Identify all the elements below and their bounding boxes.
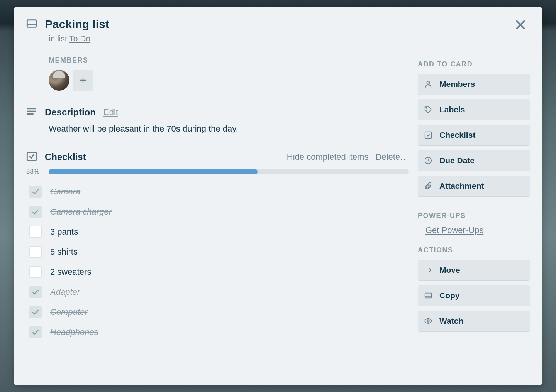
svg-rect-9 [27,152,36,161]
button-label: Labels [439,105,465,114]
sidebar: ADD TO CARD MembersLabelsChecklistDue Da… [418,18,530,342]
svg-point-10 [427,81,429,84]
svg-rect-12 [425,132,432,139]
edit-description-link[interactable]: Edit [103,107,118,117]
eye-icon [424,317,432,325]
button-label: Due Date [439,156,475,165]
add-member-button[interactable] [73,70,93,91]
checklist-item-label[interactable]: 5 shirts [50,247,78,257]
checklist-item: 5 shirts [26,242,409,262]
svg-point-17 [427,320,429,322]
button-label: Watch [439,316,463,326]
in-list-prefix: in list [49,34,69,43]
checklist-item: Headphones [26,322,409,342]
checklist-item: 3 pants [26,222,409,242]
checklist-title: Checklist [45,152,279,162]
check-icon [424,131,432,139]
close-button[interactable] [514,19,530,34]
checklist-icon [26,151,37,163]
checklist-item: Camera charger [26,202,409,222]
svg-rect-2 [27,20,36,27]
get-powerups-link[interactable]: Get Power-Ups [425,225,483,235]
close-icon [514,19,527,31]
add-to-card-label: ADD TO CARD [418,60,530,68]
powerups-label: POWER-UPS [418,212,530,220]
checklist-item-label[interactable]: 3 pants [50,227,78,237]
checklist-item: Camera [26,182,409,202]
checklist-item-label[interactable]: Adapter [50,287,80,297]
card-icon [424,291,432,300]
add-attachment-button[interactable]: Attachment [418,176,530,196]
action-move-button[interactable]: Move [418,260,530,280]
checklist-checkbox[interactable] [29,306,42,318]
checklist-item-label[interactable]: Computer [50,307,88,317]
checklist-item-label[interactable]: Camera charger [50,207,112,217]
checklist-checkbox[interactable] [29,246,42,258]
checklist-checkbox[interactable] [29,226,42,238]
action-watch-button[interactable]: Watch [418,311,530,331]
progress-fill [49,169,258,174]
checklist-item-label[interactable]: Camera [50,187,80,197]
main-column: Packing list in list To Do MEMBERS Desc [26,18,409,342]
checklist-item: Adapter [26,282,409,302]
checklist-item-label[interactable]: 2 sweaters [50,267,91,277]
add-members-button[interactable]: Members [418,74,530,95]
list-location: in list To Do [49,34,409,43]
button-label: Attachment [439,181,484,191]
add-labels-button[interactable]: Labels [418,99,530,120]
card-modal: Packing list in list To Do MEMBERS Desc [14,7,542,385]
checklist-checkbox[interactable] [29,206,42,218]
person-icon [424,80,432,88]
action-copy-button[interactable]: Copy [418,285,530,306]
checklist-item: 2 sweaters [26,262,409,282]
svg-rect-6 [27,108,36,110]
member-avatar[interactable] [49,70,70,91]
button-label: Members [439,79,475,89]
description-icon [26,106,37,118]
svg-rect-8 [27,113,33,115]
description-title: Description [45,107,96,118]
checklist-items: CameraCamera charger3 pants5 shirts2 swe… [26,182,409,342]
members-label: MEMBERS [49,56,409,64]
clock-icon [424,156,432,165]
actions-label: ACTIONS [418,246,530,254]
clip-icon [424,182,432,190]
button-label: Copy [439,291,460,300]
svg-point-11 [426,107,427,108]
plus-icon [79,76,87,84]
svg-rect-7 [27,111,36,112]
checklist-checkbox[interactable] [29,326,42,338]
add-due-date-button[interactable]: Due Date [418,150,530,171]
svg-rect-15 [425,293,432,298]
tag-icon [424,105,432,114]
card-icon [26,18,37,30]
hide-completed-link[interactable]: Hide completed items [287,152,369,162]
card-title[interactable]: Packing list [45,18,109,31]
checklist-item-label[interactable]: Headphones [50,327,98,337]
checklist-checkbox[interactable] [29,186,42,198]
button-label: Move [439,265,460,275]
checklist-checkbox[interactable] [29,286,42,298]
checklist-checkbox[interactable] [29,266,42,278]
description-body[interactable]: Weather will be pleasant in the 70s duri… [49,124,409,134]
checklist-item: Computer [26,302,409,322]
arrow-icon [424,266,432,274]
button-label: Checklist [439,130,475,140]
list-link[interactable]: To Do [69,34,90,43]
progress-percent: 58% [26,168,42,176]
delete-checklist-link[interactable]: Delete… [375,152,409,162]
add-checklist-button[interactable]: Checklist [418,125,530,145]
progress-bar [49,169,409,174]
